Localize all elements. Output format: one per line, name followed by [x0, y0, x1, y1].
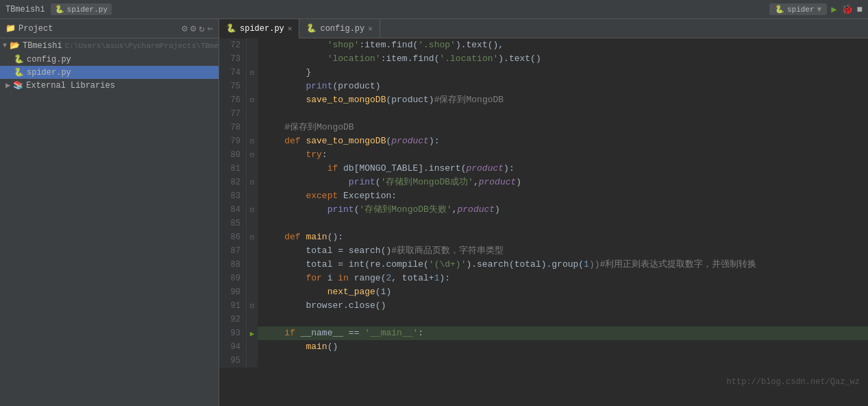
sidebar: 📁 Project ⚙ ⚙ ↻ ⇐ ▼ 📂 TBmeishi C:\Users\…	[0, 19, 219, 406]
sidebar-toolbar: 📁 Project ⚙ ⚙ ↻ ⇐	[0, 19, 219, 38]
line-number-86: 86	[219, 230, 247, 244]
project-root[interactable]: ▼ 📂 TBmeishi C:\Users\asus\PycharmProjec…	[0, 38, 219, 53]
line-gutter-93[interactable]: ▶	[247, 326, 258, 340]
line-content-95	[258, 354, 868, 368]
line-content-93: if __name__ == '__main__':	[258, 326, 868, 340]
code-line-79: 79⊟ def save_to_mongoDB(product):	[219, 134, 868, 148]
line-content-74: }	[258, 66, 868, 80]
sync-icon[interactable]: ↻	[199, 23, 204, 34]
line-content-75: print(product)	[258, 80, 868, 93]
project-root-path: C:\Users\asus\PycharmProjects\TBme	[65, 42, 219, 50]
code-line-75: 75 print(product)	[219, 80, 868, 93]
settings-icon[interactable]: ⚙	[182, 23, 187, 34]
line-gutter-90	[247, 285, 258, 299]
chevron-down-icon: ▼	[3, 42, 7, 49]
line-gutter-86[interactable]: ⊟	[247, 230, 258, 244]
run-button[interactable]: ▶	[831, 3, 836, 15]
line-content-79: def save_to_mongoDB(product):	[258, 134, 868, 148]
code-line-84: 84⊟ print('存储到MongoDB失败',product)	[219, 203, 868, 217]
folder-icon: 📁	[5, 23, 16, 34]
code-line-76: 76⊟ save_to_mongoDB(product)#保存到MongoDB	[219, 93, 868, 107]
tab-spider[interactable]: 🐍 spider.py ✕	[219, 19, 299, 38]
line-number-79: 79	[219, 134, 247, 148]
code-line-74: 74⊟ }	[219, 66, 868, 80]
sidebar-tools: ⚙ ⚙ ↻ ⇐	[182, 23, 213, 34]
line-gutter-95	[247, 354, 258, 368]
line-gutter-88	[247, 258, 258, 272]
line-gutter-83	[247, 189, 258, 203]
tab-spider-close[interactable]: ✕	[288, 24, 293, 33]
sidebar-item-spider[interactable]: 🐍 spider.py	[0, 66, 219, 79]
tab-spider-label: spider.py	[240, 24, 284, 34]
debug-button[interactable]: 🐞	[841, 3, 853, 15]
line-number-72: 72	[219, 38, 247, 52]
title-bar: TBmeishi 🐍 spider.py 🐍 spider ▼ ▶ 🐞 ■	[0, 0, 868, 19]
line-gutter-76[interactable]: ⊟	[247, 93, 258, 107]
line-number-88: 88	[219, 258, 247, 272]
line-number-75: 75	[219, 80, 247, 93]
code-line-77: 77	[219, 107, 868, 121]
line-gutter-87	[247, 244, 258, 258]
sidebar-external-libs[interactable]: ▶ 📚 External Libraries	[0, 79, 219, 92]
watermark-text: http://blog.csdn.net/Qaz_wz	[727, 377, 860, 387]
line-number-80: 80	[219, 148, 247, 162]
sidebar-external-libs-label: External Libraries	[26, 81, 115, 91]
line-number-82: 82	[219, 176, 247, 189]
line-gutter-74[interactable]: ⊟	[247, 66, 258, 80]
line-content-78: #保存到MongoDB	[258, 121, 868, 134]
line-gutter-80[interactable]: ⊟	[247, 148, 258, 162]
code-line-78: 78 #保存到MongoDB	[219, 121, 868, 134]
code-line-82: 82⊟ print('存储到MongoDB成功',product)	[219, 176, 868, 189]
run-config-icon: 🐍	[775, 5, 784, 14]
sidebar-project-label: Project	[18, 24, 53, 34]
tab-bar: 🐍 spider.py ✕ 🐍 config.py ✕	[219, 19, 868, 38]
tab-config-icon: 🐍	[306, 23, 317, 34]
line-number-85: 85	[219, 217, 247, 230]
line-gutter-84[interactable]: ⊟	[247, 203, 258, 217]
code-lines: 72 'shop':item.find('.shop').text(),73 '…	[219, 38, 868, 368]
code-line-92: 92	[219, 313, 868, 326]
line-number-89: 89	[219, 272, 247, 285]
code-line-80: 80⊟ try:	[219, 148, 868, 162]
code-line-81: 81 if db[MONGO_TABLE].insert(product):	[219, 162, 868, 176]
ext-lib-icon: 📚	[13, 80, 23, 91]
line-content-89: for i in range(2, total+1):	[258, 272, 868, 285]
tab-config-close[interactable]: ✕	[368, 24, 373, 33]
code-line-85: 85	[219, 217, 868, 230]
line-number-81: 81	[219, 162, 247, 176]
gear-icon[interactable]: ⚙	[190, 23, 196, 34]
code-editor[interactable]: 72 'shop':item.find('.shop').text(),73 '…	[219, 38, 868, 406]
tab-spider-icon: 🐍	[226, 23, 236, 34]
line-content-76: save_to_mongoDB(product)#保存到MongoDB	[258, 93, 868, 107]
line-gutter-81	[247, 162, 258, 176]
line-number-91: 91	[219, 299, 247, 313]
py-file-icon-spider: 🐍	[14, 67, 24, 77]
line-gutter-79[interactable]: ⊟	[247, 134, 258, 148]
line-gutter-89	[247, 272, 258, 285]
line-content-80: try:	[258, 148, 868, 162]
line-gutter-82[interactable]: ⊟	[247, 176, 258, 189]
line-number-84: 84	[219, 203, 247, 217]
run-config[interactable]: 🐍 spider ▼	[769, 3, 827, 15]
watermark: http://blog.csdn.net/Qaz_wz	[727, 377, 860, 387]
title-tab-spider-label: spider.py	[67, 5, 108, 14]
sidebar-item-config-label: config.py	[27, 55, 71, 64]
line-content-84: print('存储到MongoDB失败',product)	[258, 203, 868, 217]
line-number-77: 77	[219, 107, 247, 121]
line-content-83: except Exception:	[258, 189, 868, 203]
line-gutter-72	[247, 38, 258, 52]
title-tab-spider[interactable]: 🐍 spider.py	[51, 3, 112, 15]
code-line-89: 89 for i in range(2, total+1):	[219, 272, 868, 285]
code-line-86: 86⊟ def main():	[219, 230, 868, 244]
line-content-72: 'shop':item.find('.shop').text(),	[258, 38, 868, 52]
line-gutter-91[interactable]: ⊟	[247, 299, 258, 313]
collapse-icon[interactable]: ⇐	[208, 23, 213, 34]
tab-config[interactable]: 🐍 config.py ✕	[299, 19, 380, 38]
run-config-chevron: ▼	[817, 5, 822, 14]
line-content-77	[258, 107, 868, 121]
sidebar-item-config[interactable]: 🐍 config.py	[0, 53, 219, 66]
code-line-87: 87 total = search()#获取商品页数，字符串类型	[219, 244, 868, 258]
line-content-82: print('存储到MongoDB成功',product)	[258, 176, 868, 189]
stop-button[interactable]: ■	[857, 4, 863, 15]
line-number-95: 95	[219, 354, 247, 368]
